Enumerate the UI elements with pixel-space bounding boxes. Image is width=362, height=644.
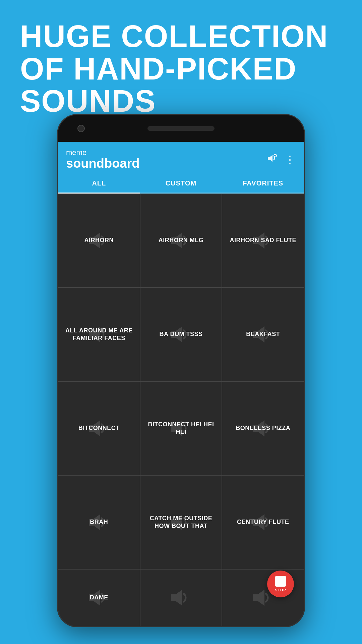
sound-grid: AIRHORN AIRHORN MLG AIRHORN SAD FLUTE AL… (58, 194, 304, 626)
sound-cell-century[interactable]: CENTURY FLUTE (222, 475, 304, 569)
stop-button[interactable]: STOP (267, 571, 294, 597)
sound-label: ALL AROUND ME ARE FAMILIAR FACES (63, 327, 135, 342)
sound-label: CATCH ME OUTSIDE HOW BOUT THAT (145, 515, 217, 530)
sound-cell-airhorn[interactable]: AIRHORN (58, 194, 140, 287)
sound-cell-ba-dum[interactable]: BA DUM TSSS (140, 287, 222, 381)
phone-frame: meme soundboard ⋮ (57, 114, 305, 627)
sound-cell-airhorn-sad[interactable]: AIRHORN SAD FLUTE (222, 194, 304, 287)
logo-line1: meme (66, 149, 140, 157)
sound-cell-empty1[interactable] (140, 569, 222, 626)
app-logo: meme soundboard (66, 149, 140, 171)
tabs-bar: ALL CUSTOM FAVORITES (58, 174, 304, 194)
sound-cell-dame[interactable]: DAME (58, 569, 140, 626)
tab-favorites[interactable]: FAVORITES (222, 174, 304, 193)
sound-cell-airhorn-mlg[interactable]: AIRHORN MLG (140, 194, 222, 287)
sound-cell-beakfast[interactable]: BEAKFAST (222, 287, 304, 381)
header-icons: ⋮ (266, 152, 296, 167)
sound-cell-bitconnect[interactable]: BITCONNECT (58, 381, 140, 475)
app-header: meme soundboard ⋮ (58, 142, 304, 174)
sound-cell-boneless[interactable]: BONELESS PIZZA (222, 381, 304, 475)
sound-label: BONELESS PIZZA (236, 424, 290, 432)
app-screen: meme soundboard ⋮ (58, 142, 304, 626)
sound-cell-bitconnect-hei[interactable]: BITCONNECT HEI HEI HEI (140, 381, 222, 475)
page-background: HUGE COLLECTION OF HAND-PICKED SOUNDS me… (0, 0, 362, 644)
sound-label: AIRHORN (84, 236, 114, 244)
sound-cell-all-around[interactable]: ALL AROUND ME ARE FAMILIAR FACES (58, 287, 140, 381)
sound-label: CENTURY FLUTE (237, 518, 289, 526)
sound-label: BITCONNECT HEI HEI HEI (145, 421, 217, 436)
sound-cell-catch-me[interactable]: CATCH ME OUTSIDE HOW BOUT THAT (140, 475, 222, 569)
tab-custom[interactable]: CUSTOM (140, 174, 222, 193)
logo-line2: soundboard (66, 157, 140, 171)
phone-speaker (147, 126, 215, 131)
sound-label: DAME (90, 594, 108, 601)
sound-label: AIRHORN SAD FLUTE (230, 236, 296, 244)
phone-top-bar (58, 115, 304, 142)
add-sound-icon[interactable] (266, 152, 278, 167)
sound-label: BEAKFAST (246, 330, 280, 338)
stop-label: STOP (275, 588, 286, 592)
page-title: HUGE COLLECTION OF HAND-PICKED SOUNDS (0, 0, 362, 131)
sound-label: AIRHORN MLG (159, 236, 204, 244)
sound-label: BITCONNECT (78, 424, 120, 432)
sound-label: BRAH (90, 518, 108, 526)
tab-all[interactable]: ALL (58, 174, 140, 193)
phone-camera (77, 125, 85, 132)
sound-cell-brah[interactable]: BRAH (58, 475, 140, 569)
stop-icon (275, 576, 286, 587)
sound-label: BA DUM TSSS (160, 330, 203, 338)
menu-icon[interactable]: ⋮ (285, 153, 296, 166)
